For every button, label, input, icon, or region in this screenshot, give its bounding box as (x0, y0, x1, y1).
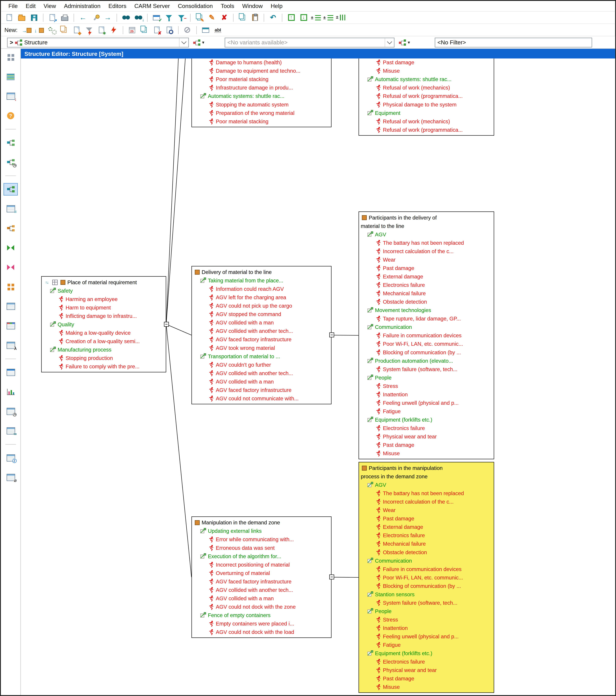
menu-administration[interactable]: Administration (60, 1, 104, 11)
tree-item-failure[interactable]: Blocking of communication (by ... (360, 348, 493, 357)
tree-item-failure[interactable]: The battary has not been replaced (360, 489, 493, 497)
variant-selector-dropdown-button[interactable] (385, 38, 394, 47)
tree-item-failure[interactable]: Refusal of work (mechanics) (360, 83, 493, 92)
menu-tools[interactable]: Tools (217, 1, 238, 11)
new-sub-element-button[interactable]: ↓ (33, 25, 45, 35)
insert-row-above-button[interactable]: ± (310, 12, 322, 22)
menu-carm-server[interactable]: CARM Server (130, 1, 174, 11)
object-lists-button[interactable] (3, 70, 18, 83)
lambda-statistics-button[interactable]: λ (3, 339, 18, 351)
tree-item-failure[interactable]: Electronics failure (360, 658, 493, 666)
box-title[interactable]: ↑↓Place of material requirement (43, 278, 165, 286)
tree-item-failure[interactable]: Incorrect positioning of material (193, 560, 330, 569)
tree-item-failure[interactable]: Inattention (360, 624, 493, 632)
function-list-editor-button[interactable]: ≡ (3, 203, 18, 215)
tree-item-failure[interactable]: Infrastructure damage in produ... (193, 83, 330, 92)
tree-item-failure[interactable]: External damage (360, 523, 493, 531)
tree-item-failure[interactable]: AGV stopped the command (193, 310, 330, 318)
menu-file[interactable]: File (4, 1, 22, 11)
tree-item-function[interactable]: Communication (360, 323, 493, 331)
tree-item-function[interactable]: Production automation (elevato... (360, 357, 493, 365)
collapse-connector[interactable] (329, 574, 334, 580)
tree-item-function[interactable]: Updating external links (193, 527, 330, 535)
tree-item-failure[interactable]: Stress (360, 382, 493, 390)
tree-item-failure[interactable]: Blocking of communication (by ... (360, 582, 493, 590)
tree-item-failure[interactable]: Electronics failure (360, 424, 493, 432)
box-title[interactable]: process in the demand zone (360, 472, 493, 480)
collapse-connector[interactable] (164, 321, 169, 327)
tree-item-failure[interactable]: Preparation of the wrong material (193, 109, 330, 117)
tree-item-failure[interactable]: Feeling unwell (physical and p... (360, 398, 493, 407)
tree-item-failure[interactable]: AGV collided with a man (193, 594, 330, 602)
tree-item-failure[interactable]: Creation of a low-quality semi... (43, 337, 165, 345)
tree-item-function[interactable]: AGV (360, 480, 493, 489)
search-button[interactable] (120, 12, 131, 22)
tree-item-failure[interactable]: Overturning of material (193, 569, 330, 577)
box-title[interactable]: Participants in the delivery of (360, 213, 493, 222)
tree-item-function[interactable]: Equipment (360, 109, 493, 117)
matrix-editor-button[interactable] (3, 281, 18, 293)
menu-consolidation[interactable]: Consolidation (174, 1, 217, 11)
rename-button[interactable]: abI (212, 25, 224, 35)
tree-item-function[interactable]: Execution of the algorithm for... (193, 552, 330, 560)
tree-item-function[interactable]: Quality (43, 320, 165, 328)
tree-item-failure[interactable]: Poor Wi-Fi, LAN, etc. communic... (360, 339, 493, 348)
tree-item-failure[interactable]: Failure in communication devices (360, 565, 493, 573)
tree-item-function[interactable]: Movement technologies (360, 306, 493, 314)
tree-item-function[interactable]: Communication (360, 556, 493, 565)
box-title[interactable]: Participants in the manipulation (360, 464, 493, 472)
tree-item-failure[interactable]: Electronics failure (360, 281, 493, 289)
tree-item-failure[interactable]: Stress (360, 615, 493, 624)
variant-picker-button[interactable]: ▾ (397, 37, 412, 47)
print-button[interactable] (59, 12, 70, 22)
structure-picker-button[interactable]: ▾ (192, 37, 206, 47)
tree-item-function[interactable]: Manufacturing process (43, 345, 165, 354)
tree-item-failure[interactable]: External damage (360, 272, 493, 281)
tree-item-failure[interactable]: Physical wear and tear (360, 432, 493, 441)
tree-item-failure[interactable]: AGV left for the charging area (193, 293, 330, 301)
tree-item-failure[interactable]: Obstacle detection (360, 548, 493, 556)
menu-window[interactable]: Window (238, 1, 267, 11)
tree-item-failure[interactable]: Fatigue (360, 407, 493, 415)
tree-item-function[interactable]: Equipment (forklifts etc.) (360, 649, 493, 658)
new-sheet-button[interactable] (139, 25, 150, 35)
tree-item-failure[interactable]: Obstacle detection (360, 298, 493, 306)
collapse-connector[interactable] (329, 333, 334, 337)
tree-item-failure[interactable]: Refusal of work (programmatica... (360, 92, 493, 100)
tree-item-failure[interactable]: AGV collided with another tech... (193, 327, 330, 335)
tree-item-failure[interactable]: Poor Wi-Fi, LAN, etc. communic... (360, 573, 493, 582)
edit-objects-button[interactable]: ✎ (194, 12, 205, 22)
tree-item-failure[interactable]: Inflicting damage to infrastru... (43, 312, 165, 320)
tree-item-failure[interactable]: Physical wear and tear (360, 666, 493, 674)
tree-item-failure[interactable]: Past damage (360, 264, 493, 272)
tree-item-function[interactable]: People (360, 373, 493, 382)
send-document-button[interactable]: ↗ (47, 12, 58, 22)
tree-item-function[interactable]: Safety (43, 286, 165, 295)
tree-item-failure[interactable]: Past damage (360, 674, 493, 683)
menu-help[interactable]: Help (267, 1, 287, 11)
risk-table-editor-button[interactable] (3, 319, 18, 332)
tree-item-failure[interactable]: Information could reach AGV (193, 285, 330, 293)
new-variant-button[interactable]: ◆ (71, 25, 82, 35)
structure-selector-dropdown-button[interactable] (179, 38, 189, 47)
new-document-button[interactable] (3, 12, 15, 22)
tree-item-failure[interactable]: AGV collided with another tech... (193, 369, 330, 377)
tree-item-failure[interactable]: Damage to equipment and techno... (193, 66, 330, 75)
tree-item-function[interactable]: Automatic systems: shuttle rac... (360, 75, 493, 83)
tree-item-function[interactable]: Equipment (forklifts etc.) (360, 415, 493, 424)
tree-item-failure[interactable]: AGV collided with a man (193, 377, 330, 386)
tree-item-function[interactable]: Stantion sensors (360, 590, 493, 598)
delete-button[interactable]: ✘ (218, 12, 230, 22)
tree-item-failure[interactable]: System failure (software, tech... (360, 365, 493, 373)
tree-item-failure[interactable]: AGV could not pick up the cargo (193, 301, 330, 310)
tree-item-failure[interactable]: Mechanical failure (360, 289, 493, 297)
edit-button[interactable]: ✎ (206, 12, 217, 22)
find-sheet-button[interactable] (163, 25, 175, 35)
tree-item-failure[interactable]: System failure (software, tech... (360, 598, 493, 607)
table-import-button[interactable]: ↓ (3, 90, 18, 102)
tree-item-failure[interactable]: Misuse (360, 683, 493, 691)
box-title[interactable]: Manipulation in the demand zone (193, 518, 330, 527)
process-flow-editor-button[interactable] (3, 222, 18, 235)
inspect-table-button[interactable]: ⌀ (3, 471, 18, 484)
consistency-check-button[interactable]: ✓ (151, 12, 162, 22)
